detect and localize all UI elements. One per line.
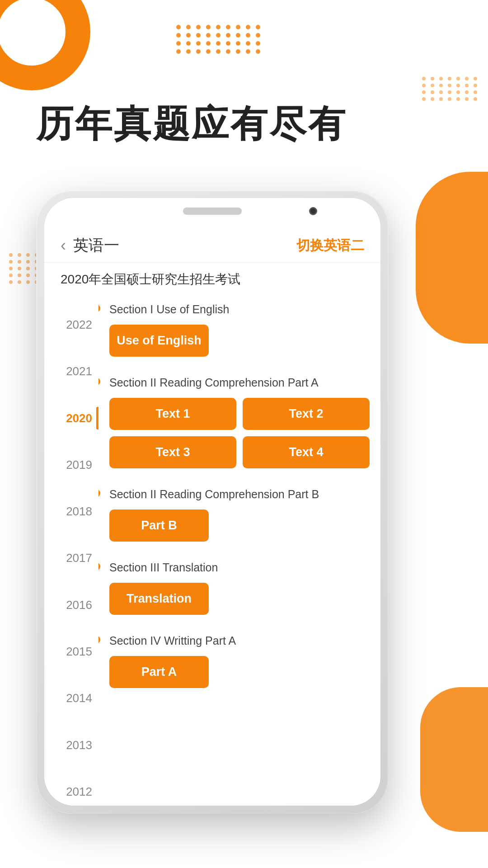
- bg-dots-right: [422, 77, 479, 101]
- year-item-2020[interactable]: 2020: [44, 395, 99, 442]
- btn-grid-2: Part B: [109, 509, 370, 542]
- phone-notch: [44, 198, 380, 224]
- section-title-1: Section II Reading Comprehension Part A: [109, 375, 370, 391]
- btn-translation[interactable]: Translation: [109, 583, 209, 615]
- year-item-2014[interactable]: 2014: [44, 675, 99, 722]
- phone-camera: [309, 207, 317, 215]
- section-block-section5: Section IV Writting Part APart A: [109, 624, 370, 688]
- section-dot-0: [99, 304, 100, 312]
- header-left: ‹ 英语一: [61, 235, 119, 256]
- bg-circle-decoration: [0, 0, 90, 90]
- section-dot-3: [99, 562, 100, 571]
- phone-mockup: ‹ 英语一 切换英语二 2020年全国硕士研究生招生考试 20222021202…: [36, 190, 488, 814]
- year-item-2017[interactable]: 2017: [44, 535, 99, 581]
- switch-language-button[interactable]: 切换英语二: [296, 236, 364, 255]
- year-sidebar: 2022202120202019201820172016201520142013…: [44, 292, 99, 806]
- year-item-2016[interactable]: 2016: [44, 582, 99, 628]
- year-item-2012[interactable]: 2012: [44, 769, 99, 806]
- section-block-section3: Section II Reading Comprehension Part BP…: [109, 477, 370, 542]
- phone-speaker: [183, 208, 242, 215]
- btn-text-4[interactable]: Text 4: [243, 436, 370, 468]
- year-item-2018[interactable]: 2018: [44, 488, 99, 535]
- exam-subtitle: 2020年全国硕士研究生招生考试: [44, 263, 380, 292]
- main-title: 历年真题应有尽有: [36, 99, 347, 149]
- year-item-2013[interactable]: 2013: [44, 722, 99, 768]
- btn-part-b[interactable]: Part B: [109, 509, 209, 542]
- year-item-2015[interactable]: 2015: [44, 628, 99, 675]
- section-block-section1: Section I Use of EnglishUse of English: [109, 292, 370, 357]
- app-body: 2022202120202019201820172016201520142013…: [44, 292, 380, 806]
- bg-dots-top: [176, 25, 262, 54]
- phone-inner-screen: ‹ 英语一 切换英语二 2020年全国硕士研究生招生考试 20222021202…: [44, 198, 380, 806]
- btn-text-2[interactable]: Text 2: [243, 398, 370, 430]
- btn-text-3[interactable]: Text 3: [109, 436, 236, 468]
- section-title-4: Section IV Writting Part A: [109, 633, 370, 649]
- btn-grid-0: Use of English: [109, 325, 370, 357]
- btn-grid-1: Text 1Text 2Text 3Text 4: [109, 398, 370, 468]
- sections-content: Section I Use of EnglishUse of EnglishSe…: [99, 292, 380, 806]
- year-item-2021[interactable]: 2021: [44, 348, 99, 395]
- section-dot-2: [99, 489, 100, 497]
- btn-text-1[interactable]: Text 1: [109, 398, 236, 430]
- section-title-2: Section II Reading Comprehension Part B: [109, 486, 370, 502]
- section-dot-4: [99, 636, 100, 644]
- app-title: 英语一: [73, 235, 119, 256]
- btn-use-of-english[interactable]: Use of English: [109, 325, 209, 357]
- section-title-3: Section III Translation: [109, 560, 370, 576]
- section-block-section2: Section II Reading Comprehension Part AT…: [109, 366, 370, 468]
- section-title-0: Section I Use of English: [109, 302, 370, 317]
- btn-part-a[interactable]: Part A: [109, 656, 209, 688]
- btn-grid-3: Translation: [109, 583, 370, 615]
- section-block-section4: Section III TranslationTranslation: [109, 551, 370, 615]
- section-dot-1: [99, 377, 100, 386]
- year-item-2019[interactable]: 2019: [44, 442, 99, 488]
- back-button[interactable]: ‹: [61, 236, 66, 255]
- year-item-2022[interactable]: 2022: [44, 302, 99, 348]
- app-header: ‹ 英语一 切换英语二: [44, 224, 380, 263]
- app-screen: ‹ 英语一 切换英语二 2020年全国硕士研究生招生考试 20222021202…: [44, 224, 380, 806]
- btn-grid-4: Part A: [109, 656, 370, 688]
- phone-outer-shell: ‹ 英语一 切换英语二 2020年全国硕士研究生招生考试 20222021202…: [36, 190, 389, 814]
